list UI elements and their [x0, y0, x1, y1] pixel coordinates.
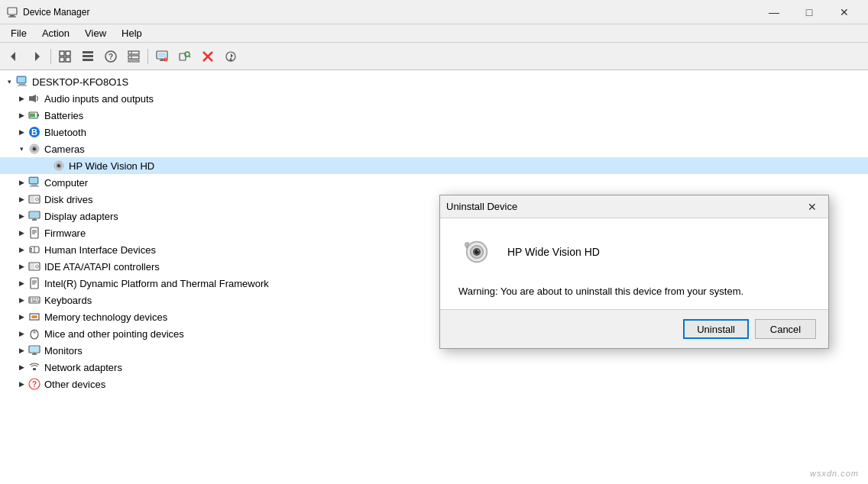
- svg-rect-16: [128, 56, 139, 59]
- tree-label-disk: Disk drives: [44, 194, 93, 205]
- svg-rect-89: [32, 301, 37, 302]
- svg-rect-10: [83, 55, 93, 57]
- tree-expander-batteries[interactable]: ▶: [15, 109, 28, 121]
- tree-expander-cameras[interactable]: ▾: [15, 143, 28, 155]
- scan-button[interactable]: [174, 46, 196, 67]
- forward-button[interactable]: [26, 46, 47, 67]
- tree-item-bluetooth[interactable]: ▶BBluetooth: [0, 124, 868, 140]
- svg-rect-58: [30, 178, 37, 183]
- tree-label-ide: IDE ATA/ATAPI controllers: [44, 261, 160, 273]
- svg-rect-0: [8, 8, 17, 15]
- svg-rect-5: [60, 51, 64, 56]
- dialog-device-icon: [458, 234, 495, 270]
- svg-point-78: [37, 266, 37, 267]
- svg-rect-38: [29, 96, 32, 101]
- tree-expander-hp-camera[interactable]: [40, 160, 52, 172]
- back-button[interactable]: [3, 46, 24, 67]
- cancel-button[interactable]: Cancel: [755, 319, 816, 339]
- dialog-title: Uninstall Device: [446, 201, 802, 212]
- delete-button[interactable]: [197, 46, 219, 67]
- tree-label-bluetooth: Bluetooth: [44, 127, 86, 138]
- menu-bar: File Action View Help: [0, 24, 868, 43]
- tree-expander-network[interactable]: ▶: [15, 361, 28, 373]
- tree-expander-computer[interactable]: ▶: [15, 176, 28, 189]
- tree-expander-display[interactable]: ▶: [15, 210, 28, 222]
- svg-point-49: [35, 148, 36, 149]
- view-button-2[interactable]: [77, 46, 99, 67]
- default-icon: [28, 226, 41, 240]
- tree-expander-mice[interactable]: ▶: [15, 328, 28, 340]
- svg-rect-7: [60, 57, 64, 62]
- camera-icon: [28, 142, 41, 156]
- uninstall-button[interactable]: Uninstall: [683, 319, 749, 339]
- default-icon: [28, 276, 41, 290]
- tree-expander-audio[interactable]: ▶: [15, 92, 28, 105]
- maximize-button[interactable]: □: [792, 0, 827, 24]
- computer-icon: [15, 75, 29, 89]
- svg-rect-37: [18, 77, 25, 82]
- tree-label-display: Display adapters: [44, 211, 118, 222]
- tree-item-other[interactable]: ▶?Other devices: [0, 376, 868, 392]
- tree-expander-other[interactable]: ▶: [15, 378, 28, 390]
- tree-expander-bluetooth[interactable]: ▶: [15, 126, 28, 138]
- tree-expander-keyboards[interactable]: ▶: [15, 294, 28, 306]
- monitor-button[interactable]: !: [151, 46, 173, 67]
- tree-item-network[interactable]: ▶Network adapters: [0, 359, 868, 376]
- minimize-button[interactable]: —: [756, 0, 792, 24]
- battery-icon: [28, 108, 41, 122]
- menu-action[interactable]: Action: [34, 26, 77, 40]
- computer-icon: [28, 176, 41, 189]
- view-button-1[interactable]: [54, 46, 76, 67]
- tree-expander-intel[interactable]: ▶: [15, 277, 28, 289]
- menu-file[interactable]: File: [3, 26, 34, 40]
- menu-view[interactable]: View: [77, 26, 114, 40]
- hid-icon: [28, 243, 41, 257]
- dialog-device-name: HP Wide Vision HD: [507, 246, 600, 258]
- tree-item-root[interactable]: ▾DESKTOP-KFO8O1S: [0, 73, 868, 90]
- other-icon: ?: [28, 377, 41, 391]
- uninstall-dialog: Uninstall Device ✕ HP Wide Vision HD War…: [439, 195, 829, 349]
- tree-expander-disk[interactable]: ▶: [15, 193, 28, 205]
- menu-help[interactable]: Help: [114, 26, 150, 40]
- disk-icon: [28, 260, 41, 273]
- tree-label-keyboards: Keyboards: [44, 295, 92, 306]
- svg-rect-64: [30, 212, 39, 218]
- dialog-close-button[interactable]: ✕: [802, 197, 822, 217]
- tree-expander-ide[interactable]: ▶: [15, 260, 28, 273]
- svg-text:?: ?: [108, 53, 113, 61]
- tree-item-computer[interactable]: ▶Computer: [0, 174, 868, 191]
- tree-item-audio[interactable]: ▶Audio inputs and outputs: [0, 90, 868, 107]
- tree-expander-memory[interactable]: ▶: [15, 311, 28, 323]
- properties-button[interactable]: ?: [100, 46, 121, 67]
- svg-rect-76: [30, 263, 34, 269]
- memory-icon: [28, 310, 41, 324]
- tree-item-hp-camera[interactable]: HP Wide Vision HD: [0, 157, 868, 174]
- dialog-footer: Uninstall Cancel: [440, 309, 828, 348]
- tree-label-audio: Audio inputs and outputs: [44, 93, 154, 105]
- update-button[interactable]: [220, 46, 241, 67]
- svg-rect-1: [10, 15, 15, 17]
- tree-label-hp-camera: HP Wide Vision HD: [69, 160, 154, 172]
- svg-point-105: [34, 369, 35, 370]
- audio-icon: [28, 92, 41, 105]
- tree-label-cameras: Cameras: [44, 144, 85, 155]
- tree-expander-root[interactable]: ▾: [3, 76, 15, 88]
- svg-point-62: [37, 199, 37, 200]
- svg-rect-14: [128, 51, 139, 54]
- svg-rect-35: [19, 84, 25, 85]
- tree-item-cameras[interactable]: ▾Cameras: [0, 140, 868, 157]
- view-button-3[interactable]: [123, 46, 144, 67]
- svg-rect-90: [37, 301, 39, 302]
- tree-expander-hid[interactable]: ▶: [15, 244, 28, 256]
- tree-label-network: Network adapters: [44, 362, 122, 373]
- tree-label-batteries: Batteries: [44, 110, 83, 121]
- display-icon: [28, 209, 41, 223]
- close-button[interactable]: ✕: [827, 0, 862, 24]
- tree-expander-monitors[interactable]: ▶: [15, 344, 28, 357]
- svg-rect-87: [37, 298, 38, 300]
- tree-item-batteries[interactable]: ▶Batteries: [0, 107, 868, 124]
- svg-marker-4: [35, 52, 40, 61]
- tree-label-root: DESKTOP-KFO8O1S: [32, 76, 128, 88]
- toolbar-separator-1: [50, 49, 51, 64]
- tree-expander-firmware[interactable]: ▶: [15, 227, 28, 239]
